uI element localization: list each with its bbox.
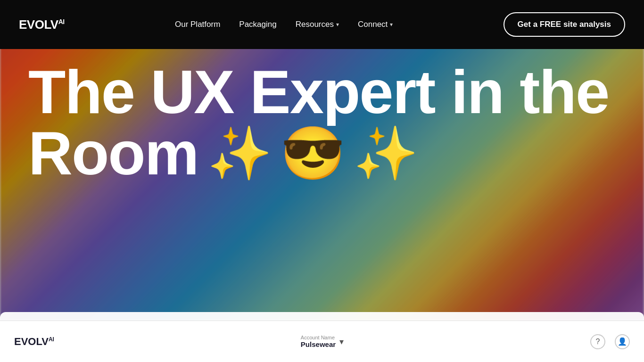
nav-item-packaging[interactable]: Packaging — [239, 20, 276, 29]
help-icon-button[interactable]: ? — [590, 334, 605, 349]
account-name: Pulsewear — [301, 340, 336, 348]
hero-title-line1: The UX Expert in the — [28, 61, 609, 123]
hero-content: The UX Expert in the Room ✨ 😎 ✨ — [0, 61, 644, 184]
sparkle-yellow-emoji: ✨ — [354, 127, 417, 179]
question-mark-icon: ? — [596, 337, 600, 346]
nav-item-resources[interactable]: Resources ▾ — [296, 20, 339, 29]
bottom-icons: ? 👤 — [590, 334, 630, 349]
logo[interactable]: EVOLVAI — [19, 17, 65, 32]
hero-title: The UX Expert in the Room ✨ 😎 ✨ — [28, 61, 609, 184]
logo-text: EVOLVAI — [19, 17, 65, 32]
nav-links: Our Platform Packaging Resources ▾ Conne… — [175, 20, 393, 29]
account-label: Account Name — [301, 335, 336, 340]
nav-item-our-platform[interactable]: Our Platform — [175, 20, 220, 29]
bottom-bar: EVOLVAI Account Name Pulsewear ▾ ? 👤 — [0, 321, 644, 362]
account-dropdown-icon[interactable]: ▾ — [339, 337, 344, 347]
user-avatar-icon: 👤 — [618, 337, 627, 346]
cta-button[interactable]: Get a FREE site analysis — [504, 12, 625, 37]
hero-title-line2: Room ✨ 😎 ✨ — [28, 123, 609, 184]
resources-chevron-icon: ▾ — [336, 21, 339, 28]
sparkle-cyan-emoji: ✨ — [207, 127, 271, 179]
hero-title-room: Room — [28, 123, 198, 184]
bottom-logo-text: EVOLVAI — [14, 336, 54, 348]
preview-bar — [0, 312, 644, 321]
account-section[interactable]: Account Name Pulsewear ▾ — [301, 335, 344, 348]
bottom-logo[interactable]: EVOLVAI — [14, 336, 54, 348]
navbar: EVOLVAI Our Platform Packaging Resources… — [0, 0, 644, 49]
nav-item-connect[interactable]: Connect ▾ — [358, 20, 393, 29]
connect-chevron-icon: ▾ — [390, 21, 393, 28]
user-icon-button[interactable]: 👤 — [615, 334, 630, 349]
cool-face-emoji: 😎 — [281, 127, 344, 179]
account-info: Account Name Pulsewear — [301, 335, 336, 348]
